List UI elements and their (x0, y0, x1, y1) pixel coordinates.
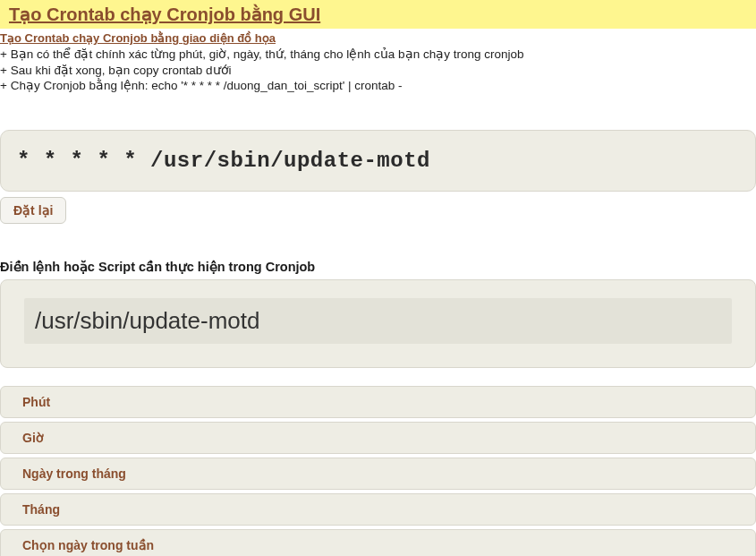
accordion-item-minute[interactable]: Phút (0, 386, 756, 418)
crontab-display-panel: * * * * * /usr/sbin/update-motd (0, 130, 756, 192)
accordion-label: Chọn ngày trong tuần (22, 538, 154, 552)
subheader-link[interactable]: Tạo Crontab chạy Cronjob bằng giao diện … (0, 31, 276, 45)
page-header: Tạo Crontab chạy Cronjob bằng GUI (0, 0, 756, 29)
accordion-label: Giờ (22, 431, 44, 445)
script-section-label: Điền lệnh hoặc Script cần thực hiện tron… (0, 260, 756, 279)
accordion-item-day-of-week[interactable]: Chọn ngày trong tuần (0, 529, 756, 556)
accordion-item-month[interactable]: Tháng (0, 493, 756, 526)
accordion: Phút Giờ Ngày trong tháng Tháng Chọn ngà… (0, 386, 756, 556)
header-title-link[interactable]: Tạo Crontab chạy Cronjob bằng GUI (9, 4, 320, 24)
info-block: + Bạn có thể đặt chính xác từng phút, gi… (0, 45, 756, 103)
crontab-expression: * * * * * /usr/sbin/update-motd (17, 149, 739, 173)
accordion-label: Phút (22, 395, 50, 409)
info-line-3: + Chạy Cronjob bằng lệnh: echo '* * * * … (0, 78, 756, 94)
reset-button[interactable]: Đặt lại (0, 197, 66, 224)
accordion-label: Ngày trong tháng (22, 466, 126, 481)
subheader: Tạo Crontab chạy Cronjob bằng giao diện … (0, 29, 756, 45)
script-panel (0, 279, 756, 368)
script-input[interactable] (24, 298, 732, 344)
info-line-2: + Sau khi đặt xong, bạn copy crontab dướ… (0, 63, 756, 79)
info-line-1: + Bạn có thể đặt chính xác từng phút, gi… (0, 47, 756, 63)
accordion-item-day-of-month[interactable]: Ngày trong tháng (0, 458, 756, 490)
accordion-item-hour[interactable]: Giờ (0, 422, 756, 454)
accordion-label: Tháng (22, 502, 60, 517)
